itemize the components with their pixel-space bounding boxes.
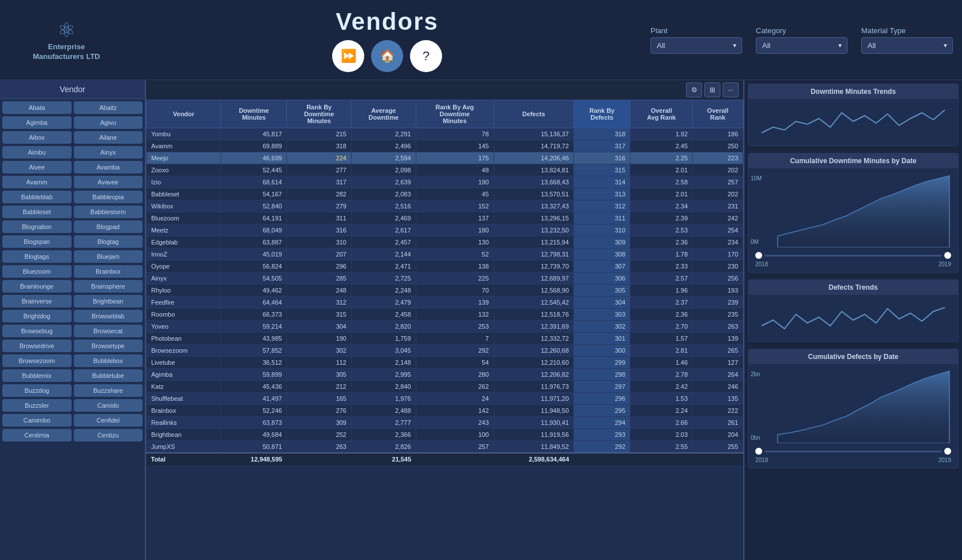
vendor-button[interactable]: Buzzsler — [2, 399, 72, 412]
vendor-button[interactable]: Browsezoom — [2, 354, 72, 367]
table-cell: 11,849,52 — [494, 441, 574, 453]
table-cell: 305 — [287, 369, 352, 381]
defects-slider-right-dot — [944, 448, 951, 455]
vendor-button[interactable]: Babblestorm — [74, 206, 143, 218]
vendor-button[interactable]: Aivee — [2, 161, 72, 173]
table-cell: 305 — [574, 285, 630, 297]
vendor-button[interactable]: Browseblab — [74, 310, 143, 322]
table-cell: 253 — [416, 321, 494, 333]
table-cell: Meejo — [147, 152, 221, 164]
category-filter-select[interactable]: All — [756, 37, 847, 54]
table-cell: 2.78 — [630, 369, 693, 381]
table-cell: 11,976,73 — [494, 381, 574, 393]
vendor-button[interactable]: Babbleblab — [2, 191, 72, 203]
view-toolbar-button[interactable]: ⊞ — [704, 82, 720, 97]
table-row: Photobean43,9851901,759712,332,723011.57… — [147, 333, 743, 345]
forward-button[interactable]: ⏩ — [332, 40, 364, 72]
vendor-button[interactable]: Brainbox — [74, 265, 143, 278]
table-cell: 2.58 — [630, 176, 693, 188]
table-cell: Meetz — [147, 224, 221, 236]
vendor-button[interactable]: Agimba — [2, 116, 72, 129]
downtime-time-slider[interactable] — [751, 250, 956, 261]
vendor-button[interactable]: Browsecat — [74, 325, 143, 337]
table-cell: 312 — [574, 200, 630, 212]
table-row: Roombo66,3733152,45813212,518,763032.362… — [147, 309, 743, 321]
table-cell: 52 — [416, 249, 494, 261]
table-row: Livetube36,5121122,1485412,210,602991.46… — [147, 357, 743, 369]
vendor-button[interactable]: Avavee — [74, 176, 143, 188]
table-row: Babbleset54,1672822,0834513,570,513132.0… — [147, 188, 743, 200]
vendor-button[interactable]: Blogpad — [74, 220, 143, 233]
vendor-button[interactable]: Abaitz — [74, 101, 143, 114]
footer-defects: 2,598,634,464 — [494, 453, 574, 465]
vendor-button[interactable]: Blogtags — [2, 250, 72, 263]
table-footer-row: Total 12,948,595 21,545 2,598,634,464 — [147, 453, 743, 465]
vendor-button[interactable]: Buzzdog — [2, 384, 72, 397]
table-cell: Ainyx — [147, 273, 221, 285]
vendor-button[interactable]: Bubbletube — [74, 369, 143, 382]
vendor-button[interactable]: Brainlounge — [2, 280, 72, 293]
vendor-button[interactable]: Blogspan — [2, 235, 72, 248]
vendor-button[interactable]: Babbleopia — [74, 191, 143, 203]
vendor-button[interactable]: Bluezoom — [2, 265, 72, 278]
main-content: Vendor AbataAbaitzAgimbaAgivuAiboxAilane… — [0, 80, 962, 560]
downtime-trends-body — [748, 99, 958, 145]
vendor-button[interactable]: Buzzshare — [74, 384, 143, 397]
vendor-button[interactable]: Brainverse — [2, 295, 72, 307]
footer-empty4 — [630, 453, 693, 465]
vendor-button[interactable]: Centizu — [74, 429, 143, 441]
vendor-button[interactable]: Browsebug — [2, 325, 72, 337]
plant-filter-select[interactable]: All — [650, 37, 742, 54]
vendors-table: Vendor DowntimeMinutes Rank ByDowntimeMi… — [146, 100, 743, 465]
vendor-button[interactable]: Ainyx — [74, 146, 143, 159]
vendor-button[interactable]: Agivu — [74, 116, 143, 129]
vendor-button[interactable]: Bluejam — [74, 250, 143, 263]
table-cell: 13,570,51 — [494, 188, 574, 200]
vendor-button[interactable]: Bubblemix — [2, 369, 72, 382]
vendor-button[interactable]: Ailane — [74, 131, 143, 144]
vendor-button[interactable]: Bubblebox — [74, 354, 143, 367]
vendor-button[interactable]: Aimbu — [2, 146, 72, 159]
home-button[interactable]: 🏠 — [371, 40, 403, 72]
table-cell: 13,824,81 — [494, 164, 574, 176]
category-filter-label: Category — [756, 26, 847, 35]
table-row: Izio68,6143172,63919013,668,433142.58257 — [147, 176, 743, 188]
vendor-button[interactable]: Centimia — [2, 429, 72, 441]
table-cell: 317 — [287, 176, 352, 188]
vendor-button[interactable]: Avamba — [74, 161, 143, 173]
vendor-button[interactable]: Brainsphere — [74, 280, 143, 293]
table-cell: 2,471 — [351, 261, 416, 273]
table-cell: 11,971,20 — [494, 393, 574, 405]
vendor-button[interactable]: Aibox — [2, 131, 72, 144]
col-vendor: Vendor — [147, 100, 221, 128]
vendor-button[interactable]: Blognation — [2, 220, 72, 233]
material-type-filter-select[interactable]: All — [861, 37, 953, 54]
help-button[interactable]: ? — [410, 40, 442, 72]
header: ⚛ Enterprise Manufacturers LTD Vendors ⏩… — [0, 0, 962, 80]
table-scroll[interactable]: Vendor DowntimeMinutes Rank ByDowntimeMi… — [146, 100, 743, 560]
vendor-button[interactable]: Babbleset — [2, 206, 72, 218]
table-cell: 2,144 — [351, 249, 416, 261]
table-row: Reallinks63,8733092,77724311,930,412942.… — [147, 417, 743, 429]
vendor-button[interactable]: Blogtag — [74, 235, 143, 248]
defects-time-slider[interactable] — [751, 445, 956, 457]
vendor-button[interactable]: Brightdog — [2, 310, 72, 322]
vendor-button[interactable]: Cenfidel — [74, 414, 143, 427]
vendor-button[interactable]: Browsetype — [74, 340, 143, 352]
filter-toolbar-button[interactable]: ⚙ — [686, 82, 702, 97]
table-cell: 2,840 — [351, 381, 416, 393]
vendor-button[interactable]: Brightbean — [74, 295, 143, 307]
vendor-button[interactable]: Avamm — [2, 176, 72, 188]
table-cell: 293 — [574, 429, 630, 441]
table-cell: 252 — [287, 429, 352, 441]
more-toolbar-button[interactable]: ··· — [723, 82, 739, 97]
vendor-button[interactable]: Browsedrive — [2, 340, 72, 352]
vendor-button[interactable]: Camimbo — [2, 414, 72, 427]
vendor-button[interactable]: Camido — [74, 399, 143, 412]
vendor-sidebar: Vendor AbataAbaitzAgimbaAgivuAiboxAilane… — [0, 80, 146, 560]
table-cell: 222 — [693, 405, 743, 417]
page-title: Vendors — [336, 8, 439, 36]
table-cell: 2.81 — [630, 345, 693, 357]
vendor-button[interactable]: Abata — [2, 101, 72, 114]
downtime-y-max: 10M — [751, 175, 771, 182]
